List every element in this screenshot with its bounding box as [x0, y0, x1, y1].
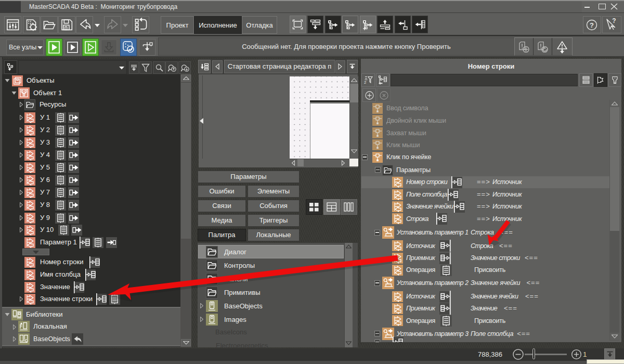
- svg-text:2: 2: [364, 80, 367, 85]
- svg-text:?: ?: [590, 21, 594, 29]
- svg-text:?: ?: [612, 18, 616, 24]
